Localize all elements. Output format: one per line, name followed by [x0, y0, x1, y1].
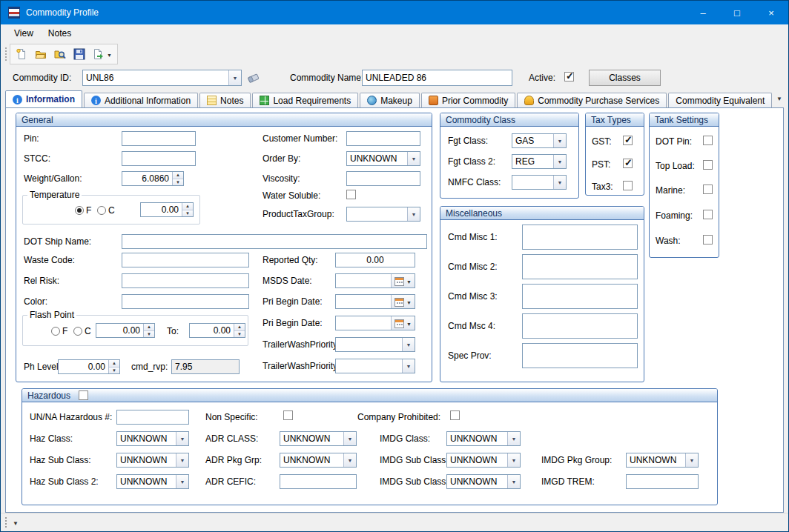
chevron-down-icon[interactable]	[507, 432, 520, 445]
chevron-down-icon[interactable]	[402, 338, 415, 351]
chevron-down-icon[interactable]	[685, 453, 698, 467]
tab-makeup[interactable]: Makeup	[360, 93, 420, 107]
save-button[interactable]	[70, 45, 89, 63]
haz-sub-class-select[interactable]: UNKNOWN	[116, 453, 189, 468]
msds-date-picker[interactable]	[335, 273, 415, 288]
spin-down-icon[interactable]	[234, 330, 245, 338]
eraser-icon[interactable]	[246, 71, 261, 84]
chevron-down-icon[interactable]	[402, 359, 415, 373]
pst-checkbox[interactable]	[623, 159, 633, 168]
commodity-name-input[interactable]: UNLEADED 86	[362, 70, 512, 86]
statusbar-dropdown-icon[interactable]	[13, 517, 19, 528]
temperature-c-radio[interactable]	[97, 206, 106, 215]
gst-checkbox[interactable]	[623, 136, 633, 145]
chevron-down-icon[interactable]	[406, 318, 412, 328]
toolbar-grip[interactable]	[5, 47, 7, 61]
imdg-pkg-group-select[interactable]: UNKNOWN	[626, 453, 699, 468]
chevron-down-icon[interactable]	[507, 475, 520, 488]
tab-additional-information[interactable]: Additional Information	[84, 93, 198, 107]
company-prohibited-checkbox[interactable]	[450, 410, 460, 420]
dot-pin-checkbox[interactable]	[703, 136, 713, 145]
tab-overflow-button[interactable]	[776, 93, 782, 103]
close-button[interactable]: ×	[754, 1, 788, 24]
non-specific-checkbox[interactable]	[283, 410, 293, 420]
tab-information[interactable]: Information	[5, 90, 82, 107]
dot-ship-name-input[interactable]	[122, 234, 427, 249]
commodity-id-select[interactable]: UNL86	[82, 70, 242, 86]
fgt-class-select[interactable]: GAS	[512, 133, 567, 148]
calendar-button[interactable]	[391, 295, 415, 308]
order-by-select[interactable]: UNKNOWN	[346, 151, 420, 166]
chevron-down-icon[interactable]	[107, 49, 112, 59]
spin-up-icon[interactable]	[173, 172, 183, 179]
chevron-down-icon[interactable]	[176, 453, 188, 467]
haz-class-select[interactable]: UNKNOWN	[116, 431, 189, 446]
trailer-wash-priority-select[interactable]	[335, 337, 415, 352]
spin-down-icon[interactable]	[173, 179, 183, 186]
spin-up-icon[interactable]	[182, 203, 193, 210]
spin-up-icon[interactable]	[109, 360, 119, 367]
chevron-down-icon[interactable]	[507, 453, 520, 467]
foaming-checkbox[interactable]	[703, 210, 713, 219]
adr-cefic-input[interactable]	[280, 474, 357, 489]
active-checkbox[interactable]	[564, 72, 574, 82]
flash-point-c-radio[interactable]	[73, 327, 82, 336]
chevron-down-icon[interactable]	[407, 152, 420, 165]
temperature-spinner[interactable]: 0.00	[140, 202, 194, 217]
cmd-misc2-input[interactable]	[522, 254, 638, 279]
imdg-class-select[interactable]: UNKNOWN	[446, 431, 521, 446]
chevron-down-icon[interactable]	[406, 276, 412, 286]
spec-prov-input[interactable]	[522, 343, 638, 368]
minimize-button[interactable]: –	[686, 1, 720, 24]
tab-notes[interactable]: Notes	[199, 93, 251, 107]
calendar-button[interactable]	[391, 274, 415, 287]
hazardous-checkbox[interactable]	[79, 390, 88, 400]
spin-down-icon[interactable]	[182, 210, 193, 217]
trailer-wash-priority2-select[interactable]	[335, 359, 415, 373]
adr-class-select[interactable]: UNKNOWN	[280, 431, 357, 446]
calendar-button[interactable]	[391, 316, 415, 330]
chevron-down-icon[interactable]	[407, 207, 420, 221]
waste-code-input[interactable]	[122, 253, 249, 267]
marine-checkbox[interactable]	[703, 184, 713, 194]
cmd-misc3-input[interactable]	[522, 284, 638, 309]
rel-risk-input[interactable]	[122, 273, 249, 288]
chevron-down-icon[interactable]	[176, 432, 188, 445]
tab-load-requirements[interactable]: Load Requirements	[252, 93, 358, 107]
chevron-down-icon[interactable]	[553, 155, 566, 168]
adr-pkg-grp-select[interactable]: UNKNOWN	[280, 453, 357, 468]
flash-point-f-radio[interactable]	[51, 327, 60, 336]
spin-down-icon[interactable]	[144, 330, 154, 338]
export-button[interactable]	[89, 45, 116, 63]
weight-gallon-spinner[interactable]: 6.0860	[122, 171, 184, 186]
menu-notes[interactable]: Notes	[41, 26, 79, 41]
product-tax-group-select[interactable]	[346, 207, 420, 222]
pin-input[interactable]	[122, 131, 196, 146]
imdg-sub-class2-select[interactable]: UNKNOWN	[446, 474, 521, 489]
haz-sub-class2-select[interactable]: UNKNOWN	[116, 474, 189, 489]
tab-commodity-purchase-services[interactable]: Commodity Purchase Services	[517, 93, 667, 107]
color-input[interactable]	[122, 294, 249, 309]
pri-begin-date2-picker[interactable]	[335, 316, 415, 330]
maximize-button[interactable]: □	[720, 1, 754, 24]
spin-up-icon[interactable]	[144, 324, 154, 330]
find-button[interactable]	[50, 45, 70, 63]
chevron-down-icon[interactable]	[406, 296, 412, 307]
reported-qty-input[interactable]: 0.00	[335, 253, 415, 267]
un-na-hazardous-input[interactable]	[116, 410, 189, 425]
new-button[interactable]	[12, 45, 31, 63]
pri-begin-date-picker[interactable]	[335, 294, 415, 309]
tax3-checkbox[interactable]	[623, 181, 633, 190]
chevron-down-icon[interactable]	[176, 475, 188, 488]
nmfc-class-select[interactable]	[512, 175, 567, 190]
flash-point-to-spinner[interactable]: 0.00	[189, 323, 245, 338]
statusbar-grip[interactable]	[5, 517, 7, 528]
water-soluble-checkbox[interactable]	[346, 190, 356, 199]
ph-level-spinner[interactable]: 0.00	[58, 359, 120, 374]
classes-button[interactable]: Classes	[589, 70, 661, 86]
chevron-down-icon[interactable]	[343, 432, 356, 445]
tab-prior-commodity[interactable]: Prior Commodity	[421, 93, 515, 107]
wash-checkbox[interactable]	[703, 235, 713, 245]
tab-commodity-equivalent[interactable]: Commodity Equivalent	[668, 93, 772, 107]
chevron-down-icon[interactable]	[553, 134, 566, 147]
